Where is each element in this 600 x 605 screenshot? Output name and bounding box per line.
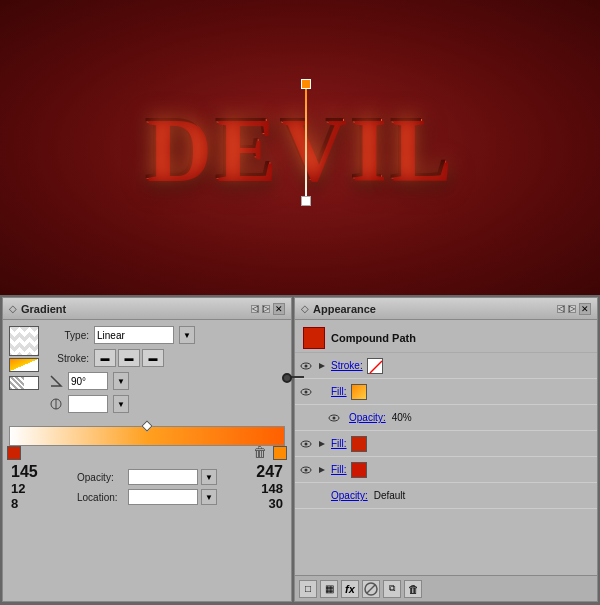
appearance-footer: □ ▦ fx ⧉ 🗑 (295, 575, 597, 601)
connector-dot (282, 373, 292, 383)
devil-text: DEVIL (145, 96, 455, 199)
gradient-stroke-swatch[interactable] (9, 376, 39, 390)
gradient-midpoint-diamond[interactable] (141, 420, 152, 431)
compound-path-icon (303, 327, 325, 349)
gradient-stop-right[interactable] (273, 446, 287, 460)
gradient-top-area: Type: ▼ Stroke: ▬ ▬ ▬ (9, 326, 285, 418)
location-input[interactable] (128, 489, 198, 505)
gradient-stroke-row: Stroke: ▬ ▬ ▬ (49, 349, 285, 367)
footer-no-icon[interactable] (362, 580, 380, 598)
gradient-stop-left[interactable] (7, 446, 21, 460)
opacity-dropdown[interactable]: ▼ (201, 469, 217, 485)
appearance-left-arrow[interactable]: ◁ (557, 305, 565, 313)
svg-marker-4 (319, 363, 325, 369)
footer-delete-icon[interactable]: 🗑 (404, 580, 422, 598)
fill-orange-label[interactable]: Fill: (331, 386, 347, 397)
stroke-label: Stroke: (49, 353, 89, 364)
gradient-type-row: Type: ▼ (49, 326, 285, 344)
gradient-aspect-row: ▼ (49, 395, 285, 413)
appearance-panel: ◇ Appearance ◁ ▷ ✕ Compound Path (294, 297, 598, 602)
appearance-panel-header: ◇ Appearance ◁ ▷ ✕ (295, 298, 597, 320)
panel-left-arrow[interactable]: ◁ (251, 305, 259, 313)
appearance-fill-red2-row: Fill: (295, 457, 597, 483)
type-label: Type: (49, 330, 89, 341)
appearance-right-arrow[interactable]: ▷ (568, 305, 576, 313)
gradient-mini-swatch[interactable] (9, 358, 39, 372)
fill-red2-expand-arrow[interactable] (317, 465, 327, 475)
default-opacity-value: Default (374, 490, 406, 501)
opacity-field-row: Opacity: ▼ (77, 469, 217, 485)
location-dropdown[interactable]: ▼ (201, 489, 217, 505)
left-g-value: 12 (11, 482, 25, 495)
gradient-tool-line[interactable] (305, 83, 307, 201)
opacity-row-value: 40% (392, 412, 412, 423)
panel-close-button[interactable]: ✕ (273, 303, 285, 315)
location-label: Location: (77, 492, 125, 503)
opacity-row-label[interactable]: Opacity: (349, 412, 386, 423)
right-r-value: 247 (256, 464, 283, 480)
footer-grid-icon[interactable]: ▦ (320, 580, 338, 598)
gradient-swatches-preview (9, 326, 39, 390)
fill-red2-label[interactable]: Fill: (331, 464, 347, 475)
footer-square-icon[interactable]: □ (299, 580, 317, 598)
gradient-main-swatch[interactable] (9, 326, 39, 356)
gradient-bar[interactable] (9, 426, 285, 446)
appearance-panel-title: Appearance (313, 303, 376, 315)
gradient-handle-bottom[interactable] (301, 196, 311, 206)
fill-red2-swatch[interactable] (351, 462, 367, 478)
svg-marker-15 (319, 467, 325, 473)
compound-path-label: Compound Path (331, 332, 416, 344)
appearance-panel-body: Compound Path Stroke: (295, 320, 597, 513)
gradient-controls: Type: ▼ Stroke: ▬ ▬ ▬ (49, 326, 285, 418)
footer-fx-icon[interactable]: fx (341, 580, 359, 598)
stroke-expand-arrow[interactable] (317, 361, 327, 371)
fill-red1-expand-arrow[interactable] (317, 439, 327, 449)
aspect-dropdown-arrow[interactable]: ▼ (113, 395, 129, 413)
svg-line-17 (367, 585, 375, 593)
gradient-panel-body: Type: ▼ Stroke: ▬ ▬ ▬ (3, 320, 291, 516)
compound-path-row: Compound Path (295, 324, 597, 353)
appearance-opacity-row: Opacity: 40% (295, 405, 597, 431)
angle-input[interactable] (68, 372, 108, 390)
panels-area: ◇ Gradient ◁ ▷ ✕ (0, 295, 600, 605)
opacity-location-col: Opacity: ▼ Location: ▼ (77, 469, 217, 505)
appearance-fill-orange-row: Fill: (295, 379, 597, 405)
aspect-input[interactable] (68, 395, 108, 413)
opacity-eye-icon[interactable] (327, 411, 341, 425)
aspect-icon (49, 397, 63, 411)
fill-red2-eye-icon[interactable] (299, 463, 313, 477)
default-opacity-label[interactable]: Opacity: (331, 490, 368, 501)
gradient-delete-btn[interactable]: 🗑 (253, 444, 267, 460)
svg-point-9 (333, 416, 336, 419)
appearance-diamonds-icon: ◇ (301, 303, 309, 314)
stroke-btn-1[interactable]: ▬ (94, 349, 116, 367)
fill-red1-eye-icon[interactable] (299, 437, 313, 451)
stroke-btn-2[interactable]: ▬ (118, 349, 140, 367)
fill-orange-eye-icon[interactable] (299, 385, 313, 399)
angle-icon (49, 374, 63, 388)
left-b-value: 8 (11, 497, 18, 510)
type-dropdown-arrow[interactable]: ▼ (179, 326, 195, 344)
diamonds-icon: ◇ (9, 303, 17, 314)
fill-red1-swatch[interactable] (351, 436, 367, 452)
gradient-type-input[interactable] (94, 326, 174, 344)
canvas-area: DEVIL (0, 0, 600, 295)
left-r-value: 145 (11, 464, 38, 480)
panel-right-arrow[interactable]: ▷ (262, 305, 270, 313)
right-b-value: 30 (269, 497, 283, 510)
fill-orange-swatch[interactable] (351, 384, 367, 400)
stroke-label-text[interactable]: Stroke: (331, 360, 363, 371)
stroke-btn-3[interactable]: ▬ (142, 349, 164, 367)
opacity-label: Opacity: (77, 472, 125, 483)
opacity-input[interactable] (128, 469, 198, 485)
footer-copy-icon[interactable]: ⧉ (383, 580, 401, 598)
fill-red1-label[interactable]: Fill: (331, 438, 347, 449)
gradient-panel-header: ◇ Gradient ◁ ▷ ✕ (3, 298, 291, 320)
svg-line-5 (370, 361, 382, 373)
gradient-handle-top[interactable] (301, 79, 311, 89)
appearance-close-button[interactable]: ✕ (579, 303, 591, 315)
appearance-stroke-row: Stroke: (295, 353, 597, 379)
stroke-eye-icon[interactable] (299, 359, 313, 373)
stroke-swatch[interactable] (367, 358, 383, 374)
angle-dropdown-arrow[interactable]: ▼ (113, 372, 129, 390)
